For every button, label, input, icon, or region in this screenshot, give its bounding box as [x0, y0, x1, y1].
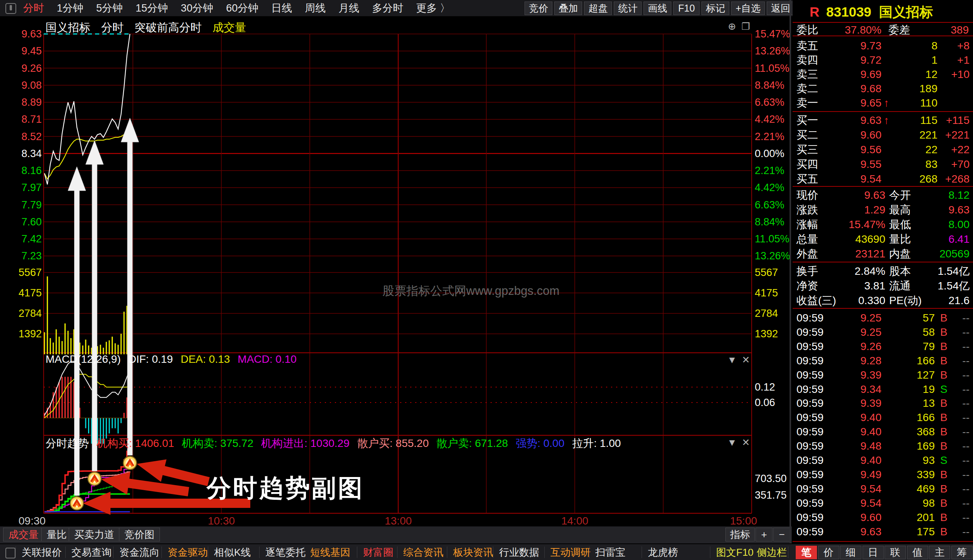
stat-value: 0.330 — [835, 294, 885, 307]
macd-value-label: MACD: 0.10 — [238, 353, 297, 366]
tab-量比[interactable]: 量比 — [41, 528, 72, 541]
add-panel-button[interactable]: + — [756, 528, 773, 541]
bid-price: 9.60 — [839, 129, 881, 141]
stat-value: 1.29 — [835, 204, 885, 216]
divider — [259, 546, 260, 558]
trend-title: 分时趋势 — [46, 436, 89, 449]
bid-volume: 221 — [897, 129, 937, 141]
bottombar-item[interactable]: 综合资讯 — [403, 544, 443, 560]
stat-label: 收益(三) — [796, 294, 836, 307]
price-axis-label: 8.71 — [12, 113, 42, 125]
macd-close-icon[interactable]: ✕ — [740, 354, 752, 365]
stat-value: 2.84% — [835, 265, 885, 277]
tick-side: B — [940, 440, 948, 452]
tick-time: 09:59 — [796, 411, 824, 424]
percent-axis-label: 4.42% — [755, 182, 785, 193]
trend-close-icon[interactable]: ✕ — [740, 436, 752, 448]
bid-volume: 268 — [897, 173, 937, 185]
ask-volume: 1 — [897, 54, 937, 66]
tick-time: 09:59 — [796, 497, 824, 509]
tick-volume: 98 — [889, 497, 935, 509]
tick-extra: -- — [953, 454, 970, 467]
tick-volume: 19 — [889, 383, 935, 396]
device-icon[interactable] — [5, 548, 15, 558]
bottombar-item[interactable]: 行业数据 — [499, 544, 539, 560]
tick-side: B — [940, 511, 948, 524]
volume-axis-label: 5567 — [12, 267, 42, 278]
divider — [15, 546, 16, 558]
tick-price: 9.39 — [843, 397, 881, 409]
bottombar-item[interactable]: 板块资讯 — [453, 544, 493, 560]
percent-axis-label: 0.00% — [755, 148, 785, 159]
tick-side: S — [940, 383, 948, 396]
view-mode-值[interactable]: 值 — [907, 546, 928, 559]
bottombar-item[interactable]: 财富圈 — [363, 544, 393, 560]
bottombar-item[interactable]: 逐笔委托 — [265, 544, 306, 560]
ask-price: 9.69 — [839, 68, 881, 81]
tick-extra: -- — [953, 355, 970, 367]
restore-icon[interactable]: ⊕ — [726, 20, 738, 32]
bottombar-item[interactable]: 侧边栏 — [757, 544, 787, 560]
bid-change: +221 — [939, 129, 970, 141]
bottombar-item[interactable]: 互动调研 — [550, 544, 591, 560]
tab-竞价图[interactable]: 竞价图 — [119, 528, 160, 541]
trend-value-label: 机构买: 1406.01 — [97, 436, 174, 449]
tick-time: 09:59 — [796, 526, 824, 538]
tab-买卖力道[interactable]: 买卖力道 — [69, 528, 120, 541]
tick-volume: 93 — [889, 454, 935, 467]
stat-label: 净资 — [796, 280, 818, 292]
indicator-button[interactable]: 指标 — [725, 528, 755, 541]
tab-成交量[interactable]: 成交量 — [3, 528, 44, 541]
separator — [793, 111, 973, 112]
bid-change: +70 — [939, 158, 970, 171]
price-axis-label: 9.26 — [12, 63, 42, 74]
bottombar-item[interactable]: 短线基因 — [310, 544, 350, 560]
view-mode-主[interactable]: 主 — [929, 546, 950, 559]
bottombar-item[interactable]: 龙虎榜 — [648, 544, 678, 560]
divider — [710, 546, 710, 558]
bottombar-item[interactable]: 图文F10 — [716, 544, 754, 560]
bottombar-item[interactable]: 相似K线 — [214, 544, 251, 560]
view-mode-细[interactable]: 细 — [840, 546, 861, 559]
percent-axis-label: 2.21% — [755, 131, 785, 142]
tick-volume: 58 — [889, 326, 935, 338]
separator — [793, 541, 973, 542]
macd-dropdown-icon[interactable]: ▼ — [726, 354, 738, 365]
tick-price: 9.25 — [843, 312, 881, 324]
stat-label: 外盘 — [796, 248, 818, 260]
trend-dropdown-icon[interactable]: ▼ — [726, 436, 738, 448]
trend-annotation-text: 分时趋势副图 — [207, 472, 364, 505]
bottombar-item[interactable]: 关联报价 — [22, 544, 62, 560]
bid-label: 买四 — [796, 158, 818, 171]
tick-time: 09:59 — [796, 312, 824, 324]
bottombar-item[interactable]: 资金驱动 — [168, 544, 208, 560]
tick-time: 09:59 — [796, 454, 824, 467]
view-mode-价[interactable]: 价 — [818, 546, 839, 559]
tick-volume: 127 — [889, 369, 935, 381]
view-mode-日[interactable]: 日 — [863, 546, 884, 559]
view-mode-联[interactable]: 联 — [885, 546, 906, 559]
rights-badge: R — [810, 4, 819, 19]
stat-value: 3.81 — [835, 280, 885, 292]
tick-time: 09:59 — [796, 340, 824, 353]
tick-side: B — [940, 355, 948, 367]
tick-extra: -- — [953, 469, 970, 481]
bottombar-item[interactable]: 扫雷宝 — [595, 544, 625, 560]
tick-price: 9.28 — [843, 355, 881, 367]
tick-volume: 368 — [889, 426, 935, 438]
bottombar-item[interactable]: 资金流向 — [119, 544, 160, 560]
remove-panel-button[interactable]: − — [773, 528, 790, 541]
tick-volume: 201 — [889, 511, 935, 524]
macd-title: MACD(12,26,9) — [46, 353, 121, 366]
signal-icon — [70, 497, 83, 510]
bottombar-item[interactable]: 交易查询 — [71, 544, 112, 560]
tick-price: 9.54 — [843, 483, 881, 495]
stat-value: 1.54亿 — [924, 265, 970, 277]
window-mode-icon[interactable]: ❐ — [740, 20, 752, 32]
tick-side: B — [940, 312, 948, 324]
view-mode-笔[interactable]: 笔 — [796, 546, 817, 559]
stat-label: 流通 — [889, 280, 911, 292]
view-mode-筹[interactable]: 筹 — [951, 546, 973, 559]
separator — [793, 262, 973, 262]
trading-terminal: 分时1分钟5分钟15分钟30分钟60分钟日线周线月线多分时更多 〉 竞价叠加超盘… — [0, 0, 973, 560]
